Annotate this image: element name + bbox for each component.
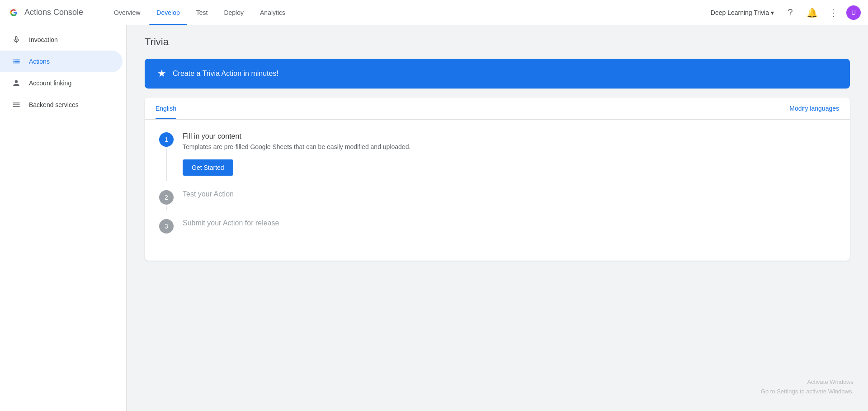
backend-icon [11,100,22,109]
step-2-badge: 2 [159,190,174,205]
step-3-content: Submit your Action for release [183,219,279,230]
step-1-title: Fill in your content [183,132,410,140]
app-logo[interactable]: Actions Console [7,6,107,19]
sidebar-label-actions: Actions [29,58,50,65]
help-icon: ? [788,7,793,18]
step-1-number: 1 [165,136,168,143]
step-1-description: Templates are pre-filled Google Sheets t… [183,143,410,150]
step-1: 1 Fill in your content Templates are pre… [159,132,835,176]
star-icon: ★ [157,68,166,79]
user-avatar[interactable]: U [846,5,861,20]
trivia-banner[interactable]: ★ Create a Trivia Action in minutes! [145,59,850,89]
project-selector[interactable]: Deep Learning Trivia ▾ [707,6,778,19]
person-icon [11,79,22,88]
main-content: Trivia ★ Create a Trivia Action in minut… [127,25,868,411]
sidebar-label-backend-services: Backend services [29,101,79,108]
sidebar-item-invocation[interactable]: Invocation [0,29,123,51]
nav-link-develop[interactable]: Develop [149,0,187,25]
sidebar-label-account-linking: Account linking [29,79,71,87]
notifications-button[interactable]: 🔔 [803,4,821,22]
sidebar-item-account-linking[interactable]: Account linking [0,72,123,94]
step-2-title: Test your Action [183,190,234,198]
nav-right: Deep Learning Trivia ▾ ? 🔔 ⋮ U [707,4,861,22]
step-1-content: Fill in your content Templates are pre-f… [183,132,410,176]
more-vert-icon: ⋮ [829,7,838,18]
nav-link-deploy[interactable]: Deploy [217,0,251,25]
card-tabs: English Modify languages [145,98,850,120]
project-name: Deep Learning Trivia [711,9,769,16]
step-3-number: 3 [165,223,168,230]
actions-card: English Modify languages 1 Fill in your … [145,98,850,261]
help-button[interactable]: ? [781,4,799,22]
step-3-title: Submit your Action for release [183,219,279,227]
more-options-button[interactable]: ⋮ [825,4,843,22]
step-3: 3 Submit your Action for release [159,219,835,234]
step-1-badge: 1 [159,132,174,147]
step-2: 2 Test your Action [159,190,835,205]
top-nav: Actions Console Overview Develop Test De… [0,0,868,25]
chevron-down-icon: ▾ [771,9,774,16]
sidebar-item-actions[interactable]: Actions [0,51,123,72]
list-icon [11,57,22,66]
nav-links: Overview Develop Test Deploy Analytics [107,0,707,25]
card-body: 1 Fill in your content Templates are pre… [145,120,850,261]
page-title: Trivia [145,36,850,48]
step-3-badge: 3 [159,219,174,234]
mic-icon [11,35,22,44]
modify-languages-button[interactable]: Modify languages [789,105,839,112]
sidebar: Invocation Actions Account linking Backe… [0,25,127,411]
nav-link-test[interactable]: Test [189,0,215,25]
step-2-number: 2 [165,194,168,201]
sidebar-item-backend-services[interactable]: Backend services [0,94,123,116]
get-started-button[interactable]: Get Started [183,159,233,176]
step-2-content: Test your Action [183,190,234,201]
avatar-initials: U [851,9,856,16]
app-title: Actions Console [24,8,83,17]
banner-text: Create a Trivia Action in minutes! [173,70,278,78]
google-logo-icon [7,6,20,19]
nav-link-analytics[interactable]: Analytics [253,0,292,25]
nav-link-overview[interactable]: Overview [107,0,147,25]
sidebar-label-invocation: Invocation [29,36,58,43]
bell-icon: 🔔 [807,7,818,18]
tab-english[interactable]: English [156,98,176,119]
